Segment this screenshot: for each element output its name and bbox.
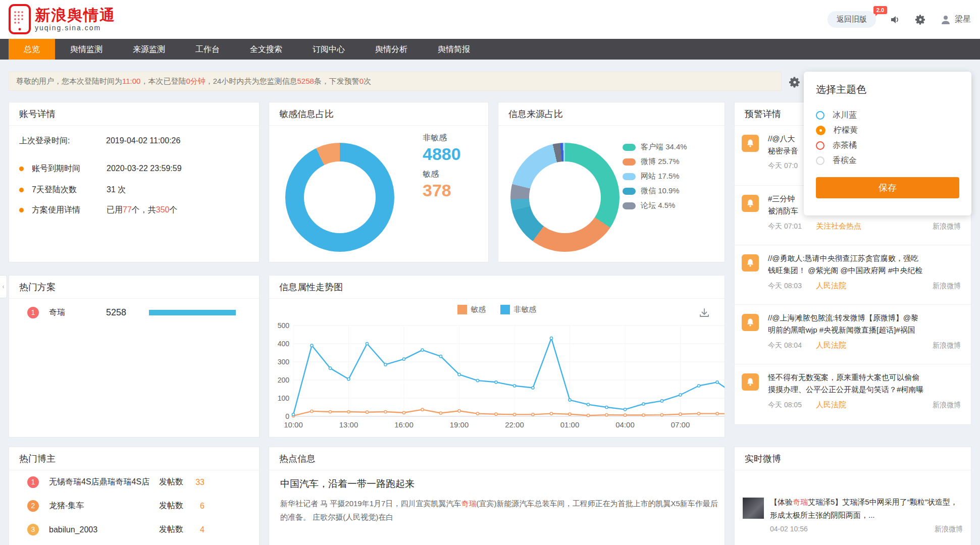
bell-icon xyxy=(742,314,759,331)
trend-legend: 敏感非敏感 xyxy=(269,305,725,314)
header-actions: 返回旧版 2.0 梁星 xyxy=(828,0,971,39)
radio-icon[interactable] xyxy=(816,126,826,135)
warning-item-5[interactable]: 怪不得有无数冤案，原来重特大案也可以偷偷摸摸办理、公平公正公开就是句笑话？#柯南… xyxy=(735,364,971,423)
article-body: 新华社记者 马 平摄2019年1月7日，四川宜宾凯翼汽车奇瑞(宜宾)新能源汽车总… xyxy=(280,497,718,524)
account-row-4: 方案使用详情已用77个，共350个 xyxy=(19,204,178,216)
weibo-thumbnail xyxy=(743,498,764,519)
text-segment: 条，下发预警 xyxy=(314,77,359,85)
non-sensitive-value: 4880 xyxy=(423,144,461,164)
legend-swatch xyxy=(623,144,636,151)
nav-item-5[interactable]: 全文搜索 xyxy=(235,39,297,60)
text-segment: ，本次已登陆 xyxy=(140,77,186,85)
highlight-text: 0 xyxy=(359,77,364,85)
nav-item-8[interactable]: 舆情简报 xyxy=(423,39,485,60)
legend-swatch xyxy=(623,158,636,166)
save-button[interactable]: 保存 xyxy=(816,177,959,198)
theme-option-4[interactable]: 香槟金 xyxy=(816,153,959,168)
logo: 新浪舆情通 yuqing.sina.com xyxy=(9,4,116,34)
download-icon[interactable] xyxy=(698,307,710,319)
trend-legend-item-1[interactable]: 敏感 xyxy=(457,305,486,314)
plan-count: 5258 xyxy=(106,307,126,318)
trend-legend-item-2[interactable]: 非敏感 xyxy=(500,305,537,314)
warning-source: 新浪微博 xyxy=(933,222,961,231)
nav-item-7[interactable]: 舆情分析 xyxy=(360,39,423,60)
warning-meta: 今天 08:04人民法院新浪微博 xyxy=(768,341,962,350)
theme-option-label: 赤茶橘 xyxy=(833,140,857,151)
account-row-2: 账号到期时间2020-03-22 23:59:59 xyxy=(19,162,182,175)
svg-text:07:00: 07:00 xyxy=(671,420,690,429)
nav-item-2[interactable]: 舆情监测 xyxy=(55,39,118,60)
blogger-row-3[interactable]: 3babilun_2003发帖数4 xyxy=(9,518,259,541)
svg-text:100: 100 xyxy=(278,394,290,402)
legend-swatch xyxy=(623,188,636,195)
theme-popup: 选择主题色 冰川蓝柠檬黄赤茶橘香槟金 保存 xyxy=(804,72,971,215)
plan-link[interactable]: 人民法院 xyxy=(816,400,846,409)
warning-text-line: 明前的黑暗wjp #央视新闻微直播[超话]#祸国 xyxy=(768,324,962,336)
warning-text-line: //@上海滩脓包脓流:转发微博【原微博】@黎 xyxy=(768,312,962,324)
posts-label: 发帖数 xyxy=(159,524,183,535)
svg-text:10:00: 10:00 xyxy=(284,420,303,429)
theme-option-2[interactable]: 柠檬黄 xyxy=(816,123,959,138)
account-row-value: 2020-03-22 23:59:59 xyxy=(107,164,182,173)
warning-item-3[interactable]: //@勇敢人:恳请中央彻查江苏贪官腐败，强吃钱旺集团！ @紫光阁 @中国政府网 … xyxy=(735,245,971,304)
nav-item-4[interactable]: 工作台 xyxy=(180,39,235,60)
blogger-name[interactable]: 龙猪-集车 xyxy=(49,501,84,511)
radio-icon[interactable] xyxy=(816,156,824,165)
legend-label: 微信 10.9% xyxy=(641,186,680,196)
realtime-panel-title: 实时微博 xyxy=(735,447,971,470)
nav-item-3[interactable]: 来源监测 xyxy=(118,39,180,60)
sensitive-panel-title: 敏感信息占比 xyxy=(269,102,488,126)
legend-item-2: 微博 25.7% xyxy=(623,154,687,169)
nav-item-6[interactable]: 订阅中心 xyxy=(297,39,360,60)
posts-label: 发帖数 xyxy=(159,477,183,487)
trend-chart: 500400300200100010:0013:0016:0019:0022:0… xyxy=(275,318,725,437)
account-row-label: 账号到期时间 xyxy=(32,164,107,174)
legend-swatch xyxy=(457,305,467,314)
warning-meta: 今天 07:01关注社会热点新浪微博 xyxy=(768,222,962,231)
svg-text:0: 0 xyxy=(285,412,289,420)
theme-gear-icon[interactable] xyxy=(788,76,801,89)
highlight-text: 5258 xyxy=(297,77,314,85)
settings-icon[interactable] xyxy=(914,14,926,26)
blogger-name[interactable]: 无锡奇瑞4S店鼎瑞奇瑞4S店 xyxy=(49,477,149,487)
radio-icon[interactable] xyxy=(816,141,824,150)
weibo-meta: 04-02 10:56 新浪微博 xyxy=(770,525,964,533)
source-panel-title: 信息来源占比 xyxy=(498,102,725,126)
svg-text:22:00: 22:00 xyxy=(505,420,524,429)
source-legend: 客户端 34.4%微博 25.7%网站 17.5%微信 10.9%论坛 4.5% xyxy=(623,140,687,213)
warning-text-line: //@勇敢人:恳请中央彻查江苏贪官腐败，强吃 xyxy=(768,252,962,264)
legend-label: 敏感 xyxy=(471,305,486,314)
plan-link[interactable]: 人民法院 xyxy=(816,341,846,349)
legend-item-3: 网站 17.5% xyxy=(623,169,687,184)
back-to-old-button[interactable]: 返回旧版 2.0 xyxy=(828,11,876,28)
bell-icon xyxy=(742,135,759,152)
radio-icon[interactable] xyxy=(816,111,824,120)
blogger-row-1[interactable]: 1无锡奇瑞4S店鼎瑞奇瑞4S店发帖数33 xyxy=(9,470,259,494)
weibo-source: 新浪微博 xyxy=(935,525,963,534)
article-title[interactable]: 中国汽车，沿着一带一路跑起来 xyxy=(280,477,415,490)
legend-swatch xyxy=(623,202,636,209)
plan-link[interactable]: 人民法院 xyxy=(816,281,846,290)
notice-bar: 尊敬的用户，您本次登陆时间为11:00，本次已登陆0分钟，24小时内共为您监测信… xyxy=(9,72,782,91)
theme-option-3[interactable]: 赤茶橘 xyxy=(816,138,959,153)
sound-icon[interactable] xyxy=(889,14,901,26)
hot-plan-panel: 热门方案 1奇瑞5258 xyxy=(9,275,260,438)
theme-option-1[interactable]: 冰川蓝 xyxy=(816,107,959,123)
highlight-text: 奇瑞 xyxy=(461,499,476,508)
account-row-label: 上次登录时间: xyxy=(19,136,106,146)
plan-link[interactable]: 关注社会热点 xyxy=(816,222,861,230)
plan-bar xyxy=(149,310,236,315)
account-row-value: 31 次 xyxy=(107,185,126,195)
app-title: 新浪舆情通 xyxy=(35,7,116,24)
collapse-handle[interactable]: ‹ xyxy=(0,275,7,298)
account-row-3: 7天登陆次数31 次 xyxy=(19,184,126,196)
hot-plan-row-1[interactable]: 1奇瑞5258 xyxy=(27,306,249,319)
nav-item-1[interactable]: 总览 xyxy=(9,39,55,60)
user-box[interactable]: 梁星 xyxy=(940,14,971,26)
weibo-item[interactable]: 【体验奇瑞艾瑞泽5】艾瑞泽5中网采用了“颗粒”状造型，形成太极所主张的阴阳两面，… xyxy=(743,496,964,533)
blogger-row-2[interactable]: 2龙猪-集车发帖数6 xyxy=(9,494,259,518)
blogger-name[interactable]: babilun_2003 xyxy=(49,525,97,534)
svg-text:200: 200 xyxy=(278,376,290,384)
svg-text:13:00: 13:00 xyxy=(339,420,358,429)
warning-item-4[interactable]: //@上海滩脓包脓流:转发微博【原微博】@黎明前的黑暗wjp #央视新闻微直播[… xyxy=(735,304,971,364)
